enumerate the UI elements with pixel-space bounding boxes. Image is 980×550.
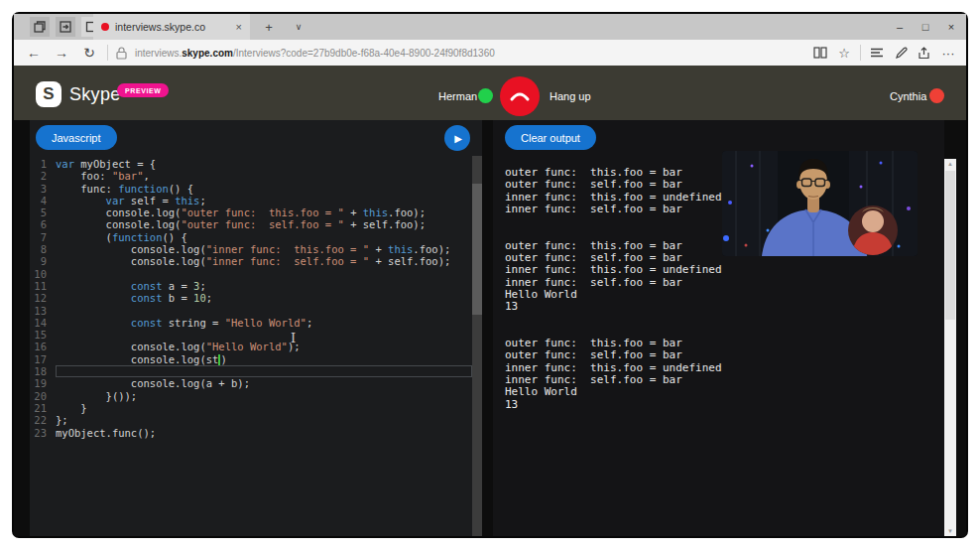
- close-window-button[interactable]: ×: [938, 14, 964, 40]
- code-line-text: foo: "bar",: [56, 170, 472, 182]
- hangup-label: Hang up: [550, 90, 591, 102]
- line-number: 11: [30, 280, 56, 292]
- code-editor-panel: Javascript ▶ 1var myObject = {2 foo: "ba…: [30, 120, 482, 536]
- code-line-text: console.log("inner func: this.foo = " + …: [56, 243, 472, 255]
- line-number: 15: [30, 329, 56, 341]
- code-line-text: myObject.func();: [56, 427, 472, 439]
- line-number: 21: [30, 402, 56, 414]
- window-controls: – □ ×: [887, 14, 964, 40]
- address-divider: [860, 45, 861, 61]
- participant-name-herman: Herman: [438, 90, 477, 102]
- skype-logo: S: [36, 81, 61, 107]
- video-call-thumbnail[interactable]: [722, 151, 918, 256]
- code-line[interactable]: 3 func: function() {: [30, 183, 472, 195]
- code-line-text: const string = "Hello World";: [56, 317, 472, 329]
- code-line[interactable]: 18: [30, 365, 472, 377]
- tab-title: interviews.skype.co: [115, 21, 230, 33]
- console-line: [505, 314, 936, 326]
- code-line[interactable]: 6 console.log("outer func: self.foo = " …: [30, 218, 472, 230]
- hub-icon[interactable]: [865, 40, 889, 66]
- hangup-button[interactable]: [500, 76, 540, 116]
- browser-address-bar: ← → ↻ interviews.skype.com/Interviews?co…: [14, 40, 966, 66]
- code-line-text: console.log("Hello World");: [56, 341, 472, 352]
- interview-workspace: Javascript ▶ 1var myObject = {2 foo: "ba…: [14, 120, 966, 536]
- back-button[interactable]: ←: [20, 40, 48, 66]
- scroll-up-arrow-icon[interactable]: ▲: [944, 159, 956, 169]
- output-scrollbar-thumb[interactable]: [945, 171, 955, 320]
- code-line-text: console.log("outer func: this.foo = " + …: [56, 206, 472, 218]
- code-line-text: [56, 305, 472, 317]
- code-line-text: [56, 365, 472, 377]
- forward-button[interactable]: →: [48, 40, 75, 66]
- output-scrollbar[interactable]: ▲ ▼: [944, 159, 956, 536]
- tab-list-chevron-icon[interactable]: ∨: [288, 14, 309, 40]
- play-icon: ▶: [454, 133, 462, 144]
- console-line: inner func: this.foo = undefined: [505, 264, 936, 276]
- code-line[interactable]: 8 console.log("inner func: this.foo = " …: [30, 243, 472, 255]
- line-number: 2: [30, 170, 56, 182]
- run-code-button[interactable]: ▶: [444, 125, 470, 151]
- code-line[interactable]: 11 const a = 3;: [30, 280, 472, 292]
- console-line: outer func: self.foo = bar: [505, 349, 936, 361]
- skype-header: S Skype PREVIEW Herman Hang up Cynthia: [14, 66, 966, 120]
- editor-scrollbar-thumb[interactable]: [472, 184, 482, 315]
- code-line[interactable]: 12 const b = 10;: [30, 292, 472, 304]
- console-line: Hello World: [505, 289, 936, 301]
- language-button[interactable]: Javascript: [36, 125, 117, 150]
- self-view-pip: [848, 206, 898, 255]
- reading-view-icon[interactable]: [808, 40, 832, 66]
- code-line[interactable]: 23myObject.func();: [30, 427, 472, 439]
- code-line[interactable]: 22};: [30, 414, 472, 426]
- code-line[interactable]: 10: [30, 268, 472, 280]
- favorites-star-icon[interactable]: ☆: [832, 40, 856, 66]
- tab-close-icon[interactable]: ×: [236, 21, 242, 33]
- active-tab[interactable]: interviews.skype.co ×: [93, 14, 250, 40]
- line-number: 8: [30, 243, 56, 255]
- code-area[interactable]: 1var myObject = {2 foo: "bar",3 func: fu…: [30, 156, 472, 536]
- code-line[interactable]: 9 console.log("inner func: self.foo = " …: [30, 255, 472, 267]
- console-line: 13: [505, 301, 936, 313]
- line-number: 14: [30, 317, 56, 329]
- share-icon[interactable]: [913, 40, 936, 66]
- editor-scrollbar[interactable]: [472, 156, 482, 536]
- code-line-text: const a = 3;: [56, 280, 472, 292]
- url-field[interactable]: interviews.skype.com/Interviews?code=27b…: [112, 40, 808, 66]
- code-line[interactable]: 14 const string = "Hello World";: [30, 317, 472, 329]
- web-notes-pen-icon[interactable]: [889, 40, 913, 66]
- code-line[interactable]: 16 console.log("Hello World");: [30, 341, 472, 352]
- code-line[interactable]: 21 }: [30, 402, 472, 414]
- code-line-text: var myObject = {: [56, 158, 472, 170]
- code-line[interactable]: 17 console.log(st): [30, 353, 472, 365]
- line-number: 19: [30, 377, 56, 389]
- app-title: Skype: [69, 84, 121, 105]
- code-line[interactable]: 20 }());: [30, 390, 472, 402]
- code-line[interactable]: 19 console.log(a + b);: [30, 377, 472, 389]
- refresh-button[interactable]: ↻: [75, 40, 103, 66]
- clear-output-button[interactable]: Clear output: [505, 125, 596, 150]
- code-line[interactable]: 2 foo: "bar",: [30, 170, 472, 182]
- code-line[interactable]: 15: [30, 329, 472, 341]
- preview-badge: PREVIEW: [117, 83, 169, 97]
- scroll-down-arrow-icon[interactable]: ▼: [944, 526, 956, 536]
- line-number: 22: [30, 414, 56, 426]
- address-bar-icons: ☆ ···: [808, 40, 960, 66]
- code-line[interactable]: 1var myObject = {: [30, 158, 472, 170]
- code-line[interactable]: 4 var self = this;: [30, 195, 472, 206]
- code-line-text: console.log(a + b);: [56, 377, 472, 389]
- code-line-text: [56, 268, 472, 280]
- tab-recording-dot-icon: [101, 23, 109, 31]
- tabs-aside-list-icon[interactable]: [30, 17, 50, 37]
- code-line[interactable]: 5 console.log("outer func: this.foo = " …: [30, 206, 472, 218]
- maximize-button[interactable]: □: [913, 14, 938, 40]
- new-tab-button[interactable]: +: [258, 14, 280, 40]
- url-text: interviews.skype.com/Interviews?code=27b…: [135, 48, 495, 59]
- more-options-icon[interactable]: ···: [936, 40, 960, 66]
- code-line-text: const b = 10;: [56, 292, 472, 304]
- minimize-button[interactable]: –: [887, 14, 913, 40]
- line-number: 3: [30, 183, 56, 195]
- participant-name-cynthia: Cynthia: [890, 90, 926, 102]
- line-number: 18: [30, 365, 56, 377]
- set-tabs-aside-icon[interactable]: [56, 17, 75, 37]
- code-line[interactable]: 7 (function() {: [30, 231, 472, 243]
- code-line[interactable]: 13: [30, 305, 472, 317]
